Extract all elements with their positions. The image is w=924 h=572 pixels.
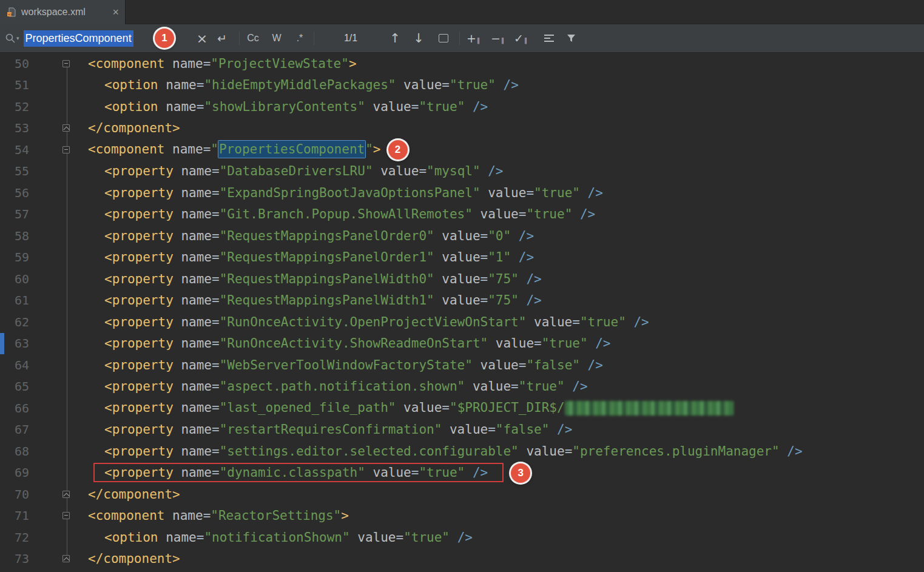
- code-line[interactable]: 72<option name="notificationShown" value…: [0, 527, 924, 548]
- code-token: "hideEmptyMiddlePackages": [204, 78, 396, 92]
- code-token: value: [434, 229, 481, 243]
- code-line[interactable]: 65<property name="aspect.path.notificati…: [0, 376, 924, 398]
- code-line[interactable]: 71<component name="ReactorSettings">: [0, 505, 924, 527]
- code-line[interactable]: 54<component name="PropertiesComponent">…: [0, 139, 924, 161]
- code-token: <property: [104, 444, 174, 459]
- line-number: 59: [0, 250, 29, 264]
- code-line[interactable]: 58<property name="RequestMappingsPanelOr…: [0, 225, 924, 247]
- code-token: "notificationShown": [204, 530, 349, 545]
- code-line[interactable]: 68<property name="settings.editor.select…: [0, 440, 924, 462]
- code-token: =: [212, 379, 220, 394]
- line-number: 67: [0, 422, 29, 437]
- fold-column: [29, 225, 79, 247]
- code-token: name: [174, 400, 212, 415]
- code-line[interactable]: 64<property name="WebServerToolWindowFac…: [0, 354, 924, 376]
- line-number: 54: [0, 143, 29, 157]
- fold-column: [29, 96, 79, 118]
- code-token: <property: [104, 229, 174, 243]
- code-token: "RunOnceActivity.ShowReadmeOnStart": [220, 336, 488, 351]
- match-case-toggle[interactable]: Cc: [247, 33, 259, 44]
- code-line[interactable]: 61<property name="RequestMappingsPanelWi…: [0, 290, 924, 312]
- code-line[interactable]: 57<property name="Git.Branch.Popup.ShowA…: [0, 204, 924, 226]
- fold-end-icon[interactable]: [29, 548, 79, 570]
- code-token: "ReactorSettings": [211, 508, 341, 523]
- code-token: </component>: [88, 551, 180, 566]
- tab-close-icon[interactable]: ×: [112, 7, 119, 18]
- code-token: value: [434, 272, 481, 286]
- toolbar-divider: [459, 32, 460, 45]
- remove-occurrence-icon[interactable]: −‖: [491, 32, 504, 45]
- fold-column: [29, 161, 79, 183]
- search-in-selection-icon[interactable]: [439, 34, 448, 42]
- code-token: =: [212, 164, 220, 178]
- code-line[interactable]: 56<property name="ExpandSpringBootJavaOp…: [0, 182, 924, 204]
- fold-start-icon[interactable]: [29, 53, 79, 75]
- code-line[interactable]: 73</component>: [0, 548, 924, 570]
- code-token: "RequestMappingsPanelOrder0": [220, 229, 434, 243]
- code-line[interactable]: 70</component>: [0, 483, 924, 505]
- code-line[interactable]: 53</component>: [0, 118, 924, 140]
- fold-end-icon[interactable]: [29, 483, 79, 505]
- code-line[interactable]: 62<property name="RunOnceActivity.OpenPr…: [0, 311, 924, 333]
- code-token: />: [572, 207, 595, 221]
- code-token: "RunOnceActivity.OpenProjectViewOnStart": [220, 315, 527, 329]
- code-token: =: [203, 508, 211, 523]
- fold-start-icon[interactable]: [29, 505, 79, 527]
- code-token: "RequestMappingsPanelWidth0": [220, 272, 434, 286]
- tab-workspace-xml[interactable]: <> workspace.xml ×: [0, 0, 126, 24]
- active-line-marker: [0, 333, 4, 355]
- code-token: />: [481, 164, 504, 178]
- code-token: name: [174, 465, 212, 480]
- code-token: =: [212, 422, 220, 437]
- search-query-text[interactable]: PropertiesComponent: [24, 30, 133, 47]
- code-line[interactable]: 67<property name="restartRequiresConfirm…: [0, 419, 924, 441]
- code-token: =: [212, 315, 220, 329]
- code-line[interactable]: 63<property name="RunOnceActivity.ShowRe…: [0, 333, 924, 355]
- search-icon[interactable]: ▾: [5, 33, 19, 44]
- filter-funnel-icon[interactable]: [567, 33, 576, 43]
- code-line[interactable]: 66<property name="last_opened_file_path"…: [0, 397, 924, 419]
- fold-column: [29, 376, 79, 398]
- code-line[interactable]: 55<property name="DatabaseDriversLRU" va…: [0, 161, 924, 183]
- line-number: 70: [0, 487, 29, 502]
- clear-search-icon[interactable]: ×: [197, 31, 207, 46]
- code-line[interactable]: 59<property name="RequestMappingsPanelOr…: [0, 247, 924, 269]
- code-token: name: [174, 229, 212, 243]
- add-occurrence-icon[interactable]: +‖: [467, 32, 480, 45]
- editor[interactable]: 50<component name="ProjectViewState">51<…: [0, 53, 924, 572]
- filter-lines-icon[interactable]: [544, 34, 555, 42]
- code-line[interactable]: 51<option name="hideEmptyMiddlePackages"…: [0, 75, 924, 96]
- fold-column: [29, 440, 79, 462]
- code-line[interactable]: 60<property name="RequestMappingsPanelWi…: [0, 268, 924, 290]
- code-token: />: [626, 315, 649, 329]
- code-token: name: [164, 56, 203, 71]
- fold-start-icon[interactable]: [29, 139, 79, 161]
- search-results-count: 1/1: [344, 33, 357, 44]
- code-token: <component: [88, 56, 164, 71]
- code-token: "settings.editor.selected.configurable": [220, 444, 519, 459]
- newline-icon[interactable]: ↵: [217, 32, 227, 45]
- code-line[interactable]: 52<option name="showLibraryContents" val…: [0, 96, 924, 118]
- previous-occurrence-icon[interactable]: ↑: [389, 31, 400, 45]
- redacted-text: [565, 401, 733, 416]
- fold-end-icon[interactable]: [29, 118, 79, 140]
- words-toggle[interactable]: W: [272, 33, 281, 44]
- code-line[interactable]: 69<property name="dynamic.classpath" val…: [0, 462, 924, 484]
- code-token: name: [174, 186, 212, 200]
- code-token: "ExpandSpringBootJavaOptionsPanel": [220, 186, 481, 200]
- code-token: <property: [104, 336, 174, 351]
- code-token: value: [488, 336, 534, 351]
- code-token: />: [465, 99, 488, 114]
- code-line[interactable]: 50<component name="ProjectViewState">: [0, 53, 924, 75]
- fold-column: [29, 311, 79, 333]
- regex-toggle[interactable]: .*: [297, 33, 303, 44]
- code-token: "true": [450, 78, 496, 92]
- line-number: 68: [0, 444, 29, 459]
- code-token: =: [511, 379, 519, 394]
- code-token: "true": [534, 186, 580, 200]
- fold-column: [29, 527, 79, 548]
- next-occurrence-icon[interactable]: ↓: [413, 31, 424, 45]
- code-token: "$PROJECT_DIR$/: [450, 400, 565, 415]
- code-token: name: [174, 250, 212, 264]
- select-all-occurrences-icon[interactable]: ✓‖: [514, 32, 527, 45]
